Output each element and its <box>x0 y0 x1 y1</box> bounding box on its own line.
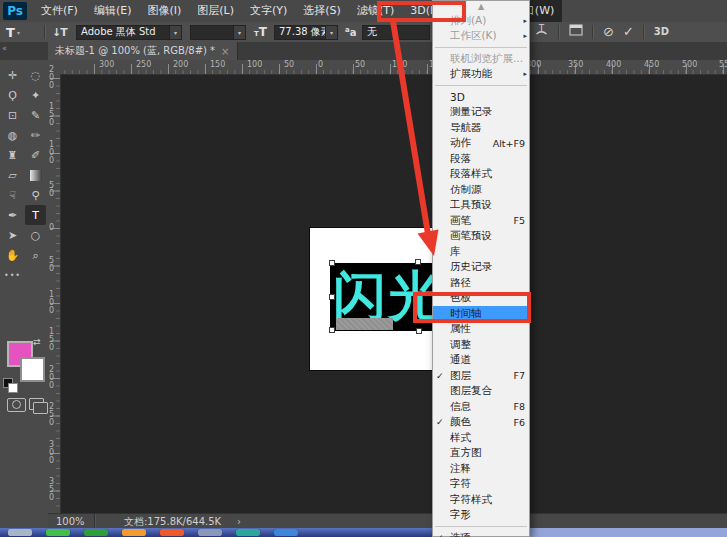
menu-item-styles[interactable]: 样式 <box>433 430 529 446</box>
menu-item-info[interactable]: 信息F8 <box>433 399 529 415</box>
menu-item-paragraph[interactable]: 段落 <box>433 151 529 167</box>
menubar-item-filter[interactable]: 滤镜(T) <box>349 0 402 22</box>
pen-tool[interactable]: ✒ <box>2 205 23 225</box>
marquee-tool[interactable]: ◌ <box>25 65 46 85</box>
more-tools[interactable]: ••• <box>2 265 23 285</box>
commit-edits-icon[interactable]: ✓ <box>623 22 634 42</box>
menu-item-character-styles[interactable]: 字符样式 <box>433 492 529 508</box>
taskbar-app-7[interactable] <box>236 529 260 536</box>
eyedropper-tool[interactable]: ✎ <box>25 105 46 125</box>
menu-item-glyphs[interactable]: 字形 <box>433 508 529 524</box>
swap-colors-icon[interactable]: ⇄ <box>33 337 41 347</box>
smudge-tool[interactable]: ☟ <box>2 185 23 205</box>
menu-item-extensions[interactable]: 扩展功能▸ <box>433 67 529 83</box>
menu-item-brush[interactable]: 画笔F5 <box>433 213 529 229</box>
type-tool[interactable]: T <box>25 205 46 225</box>
vertical-ruler[interactable]: 2 0 01 5 01 0 05 005 01 0 01 5 02 0 02 5… <box>48 74 61 513</box>
menu-item-character[interactable]: 字符 <box>433 477 529 493</box>
anti-alias-select[interactable]: 无 <box>362 22 430 42</box>
clone-stamp-tool[interactable]: ♜ <box>2 145 23 165</box>
close-tab-icon[interactable]: × <box>221 46 229 57</box>
font-family-select[interactable]: Adobe 黑体 Std ▾ <box>76 22 182 42</box>
background-color-swatch[interactable] <box>20 357 45 382</box>
eraser-tool[interactable]: ▱ <box>2 165 23 185</box>
healing-brush-tool[interactable]: ◍ <box>2 125 23 145</box>
selection-handle[interactable] <box>329 294 335 300</box>
menu-item-color[interactable]: ✓颜色F6 <box>433 415 529 431</box>
menu-item-clone-source[interactable]: 仿制源 <box>433 182 529 198</box>
menu-item-notes[interactable]: 注释 <box>433 461 529 477</box>
lasso-tool[interactable]: Ϙ <box>2 85 23 105</box>
zoom-level-field[interactable]: 100% <box>56 516 94 527</box>
menubar-item-edit[interactable]: 编辑(E) <box>86 0 140 22</box>
font-style-select[interactable]: ▾ <box>190 22 246 42</box>
menu-item-layers[interactable]: ✓图层F7 <box>433 368 529 384</box>
selection-handle[interactable] <box>329 260 335 266</box>
dodge-tool[interactable]: ⚲ <box>25 185 46 205</box>
status-options-chevron[interactable]: › <box>237 516 241 527</box>
path-selection-tool[interactable]: ➤ <box>2 225 23 245</box>
menu-item-histogram[interactable]: 直方图 <box>433 446 529 462</box>
cancel-edits-icon[interactable]: ⊘ <box>603 22 614 42</box>
menubar-item-layer[interactable]: 图层(L) <box>189 0 242 22</box>
horizontal-ruler[interactable]: 3002502001501005005010015030035040045050… <box>60 60 727 75</box>
taskbar-app-3[interactable] <box>84 529 108 536</box>
menu-item-3d[interactable]: 3D <box>433 89 529 105</box>
taskbar-app-6[interactable] <box>198 529 222 536</box>
menu-item-workspace[interactable]: 工作区(K)▸ <box>433 29 529 45</box>
font-size-select[interactable]: 77.38 像素 ▾ <box>274 22 338 42</box>
toggle-panels-icon[interactable] <box>569 22 583 42</box>
move-tool[interactable]: ✛ <box>2 65 23 85</box>
menu-item-libraries[interactable]: 库 <box>433 244 529 260</box>
collapse-panels-icon[interactable]: « <box>2 44 7 53</box>
taskbar-app-1[interactable] <box>8 529 32 536</box>
chevron-down-icon[interactable]: ▾ <box>169 26 181 39</box>
menu-item-channels[interactable]: 通道 <box>433 353 529 369</box>
menu-item-brush-presets[interactable]: 画笔预设 <box>433 229 529 245</box>
menu-item-tool-presets[interactable]: 工具预设 <box>433 198 529 214</box>
quick-mask-button[interactable] <box>7 398 26 412</box>
menu-item-swatches[interactable]: 色板 <box>433 291 529 307</box>
selection-handle[interactable] <box>415 259 421 265</box>
shape-tool[interactable]: ○ <box>25 225 46 245</box>
menu-scroll-up-icon[interactable]: ▲ <box>433 1 529 13</box>
menu-item-options[interactable]: ✓选项 <box>433 530 529 537</box>
menu-item-history[interactable]: 历史记录 <box>433 260 529 276</box>
tool-preset-picker[interactable]: T ▾ <box>6 22 20 42</box>
warp-text-icon[interactable]: T <box>534 22 549 43</box>
3d-mode-icon[interactable]: 3D <box>654 22 669 42</box>
menubar-item-image[interactable]: 图像(I) <box>139 0 189 22</box>
chevron-down-icon[interactable]: ▾ <box>233 26 245 39</box>
menu-item-paragraph-styles[interactable]: 段落样式 <box>433 167 529 183</box>
menubar-item-file[interactable]: 文件(F) <box>33 0 86 22</box>
crop-tool[interactable]: ⊡ <box>2 105 23 125</box>
menu-item-browse-extensions-online[interactable]: 联机浏览扩展... <box>433 51 529 67</box>
pencil-tool[interactable]: ✏ <box>25 125 46 145</box>
menubar-item-type[interactable]: 文字(Y) <box>242 0 295 22</box>
chevron-down-icon[interactable]: ▾ <box>325 26 337 39</box>
document-tab[interactable]: 未标题-1 @ 100% (蓝, RGB/8#) * × <box>48 42 238 60</box>
history-brush-tool[interactable]: ✐ <box>25 145 46 165</box>
taskbar-app-2[interactable] <box>46 529 70 536</box>
taskbar-app-8[interactable] <box>274 529 298 536</box>
selection-handle[interactable] <box>416 328 422 334</box>
text-orientation-button[interactable]: ↓T <box>52 22 67 42</box>
menu-item-adjustments[interactable]: 调整 <box>433 337 529 353</box>
menu-item-layer-comps[interactable]: 图层复合 <box>433 384 529 400</box>
menu-item-properties[interactable]: 属性 <box>433 322 529 338</box>
menu-item-navigator[interactable]: 导航器 <box>433 120 529 136</box>
selection-handle[interactable] <box>329 327 335 333</box>
magic-wand-tool[interactable]: ✦ <box>25 85 46 105</box>
canvas-area[interactable]: 闪光 <box>60 74 727 513</box>
taskbar-app-5[interactable] <box>160 529 184 536</box>
menu-item-timeline[interactable]: 时间轴 <box>433 306 529 322</box>
menu-item-arrange[interactable]: 排列(A)▸ <box>433 13 529 29</box>
screen-mode-button[interactable] <box>29 398 44 410</box>
menu-item-actions[interactable]: 动作Alt+F9 <box>433 136 529 152</box>
hand-tool[interactable]: ✋ <box>2 245 23 265</box>
taskbar-app-4[interactable] <box>122 529 146 536</box>
gradient-tool[interactable] <box>25 165 46 185</box>
zoom-tool[interactable]: ⌕ <box>25 245 46 265</box>
default-colors-icon[interactable] <box>3 378 17 392</box>
menubar-item-select[interactable]: 选择(S) <box>295 0 349 22</box>
